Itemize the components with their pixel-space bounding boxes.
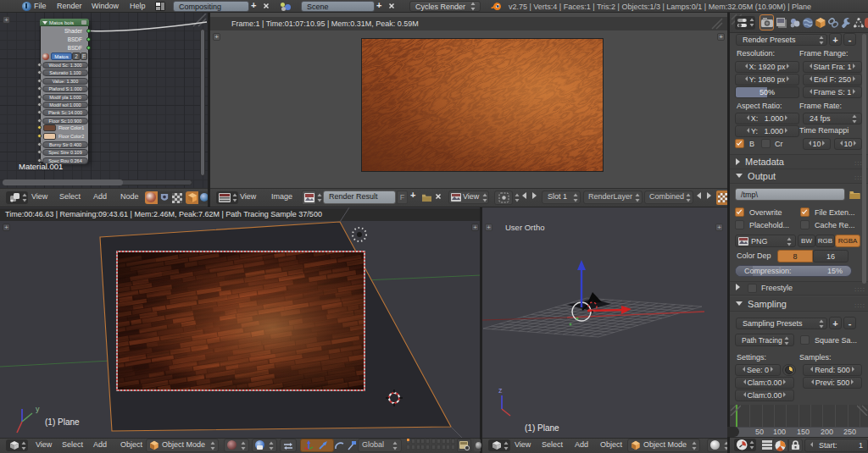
svg-text:z: z <box>498 386 503 395</box>
svg-text:(1) Plane: (1) Plane <box>525 423 559 433</box>
svg-text:y: y <box>36 405 40 413</box>
svg-text:(1) Plane: (1) Plane <box>45 417 80 427</box>
